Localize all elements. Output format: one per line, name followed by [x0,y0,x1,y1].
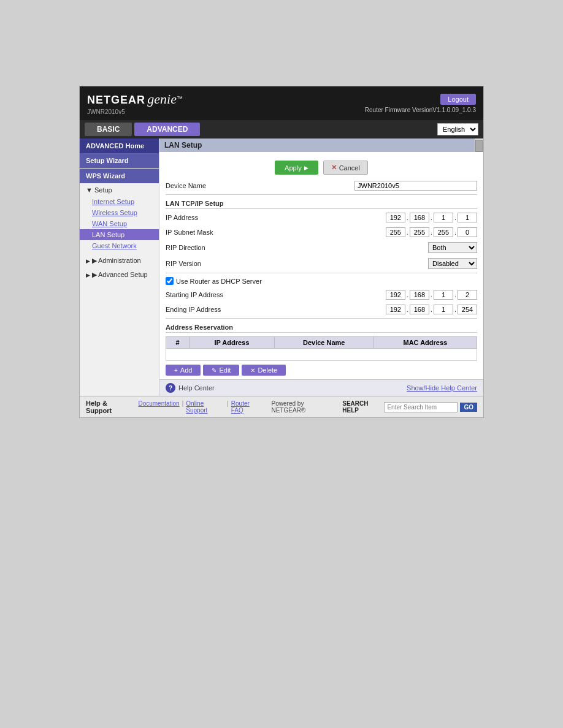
powered-by: Powered by NETGEAR® [272,400,338,414]
ending-dot-2: . [431,306,432,313]
subnet-octet-3[interactable] [434,227,453,237]
dhcp-checkbox[interactable] [166,277,174,285]
sidebar-item-guest-network[interactable]: Guest Network [80,240,159,251]
ending-dot-1: . [407,306,408,313]
dhcp-label: Use Router as DHCP Server [176,278,262,285]
device-name-row: Device Name [166,180,477,192]
sidebar-item-setup-wizard[interactable]: Setup Wizard [80,153,159,168]
header-right: Logout Router Firmware VersionV1.1.0.09_… [365,94,476,113]
table-row-empty [166,349,477,361]
ip-octet-1[interactable] [386,213,405,222]
ip-dot-1: . [407,214,408,221]
scrollbar[interactable] [475,138,483,152]
ending-ip-octet-4[interactable] [458,305,477,314]
starting-ip-octet-2[interactable] [410,290,429,300]
ip-octet-3[interactable] [434,213,453,222]
go-button[interactable]: GO [460,403,477,412]
tab-basic[interactable]: BASIC [85,123,132,136]
sidebar-item-wan-setup[interactable]: WAN Setup [80,218,159,229]
sidebar: ADVANCED Home Setup Wizard WPS Wizard ▼ … [80,138,159,396]
ip-dot-2: . [431,214,432,221]
brand-area: NETGEAR genie™ JWNR2010v5 [87,91,183,115]
router-header: NETGEAR genie™ JWNR2010v5 Logout Router … [80,86,483,120]
brand-tm: ™ [177,95,183,102]
rip-direction-select[interactable]: Both In Out None [428,242,477,253]
device-name-input[interactable] [354,181,477,191]
starting-dot-3: . [454,291,456,298]
apply-button[interactable]: Apply [275,161,318,175]
divider-3 [166,318,477,319]
action-bar: Apply ✕ Cancel [166,161,477,175]
content-column: LAN Setup Apply ✕ Cancel [159,138,483,396]
starting-ip-row: Starting IP Address . . . [166,289,477,301]
sidebar-item-internet-setup[interactable]: Internet Setup [80,196,159,207]
documentation-link[interactable]: Documentation [138,400,179,414]
subnet-octet-4[interactable] [458,227,477,237]
subnet-dot-2: . [431,229,432,236]
subnet-octet-2[interactable] [410,227,429,237]
ip-address-row: IP Address . . . [166,211,477,224]
tab-advanced[interactable]: ADVANCED [134,123,200,136]
help-center-label: Help Center [178,384,215,392]
ending-ip-octet-3[interactable] [434,305,453,314]
starting-dot-1: . [407,291,408,298]
table-col-device: Device Name [274,337,373,349]
starting-ip-octet-3[interactable] [434,290,453,300]
starting-ip-octet-1[interactable] [386,290,405,300]
edit-button[interactable]: ✎ Edit [203,365,239,376]
subnet-dot-3: . [454,229,456,236]
language-select[interactable]: English [437,123,478,135]
starting-ip-octet-4[interactable] [458,290,477,300]
ip-octet-4[interactable] [458,213,477,222]
edit-icon: ✎ [212,367,216,374]
router-faq-link[interactable]: Router FAQ [231,400,262,414]
search-input[interactable] [384,402,458,412]
sidebar-item-advanced-home[interactable]: ADVANCED Home [80,138,159,153]
footer: Help & Support Documentation | Online Su… [80,396,483,417]
delete-button[interactable]: ✕ Delete [242,365,286,376]
sidebar-item-lan-setup[interactable]: LAN Setup [80,229,159,240]
starting-dot-2: . [431,291,432,298]
subnet-octet-1[interactable] [386,227,405,237]
help-left: ? Help Center [166,383,215,393]
page-title: LAN Setup [159,138,475,152]
ip-address-label: IP Address [166,214,386,221]
ending-ip-octet-1[interactable] [386,305,405,314]
device-name-label: Device Name [166,182,354,189]
model-name: JWNR2010v5 [87,108,183,115]
ending-ip-label: Ending IP Address [166,306,386,313]
online-support-link[interactable]: Online Support [186,400,224,414]
starting-ip-inputs: . . . [386,290,477,300]
sidebar-item-wireless-setup[interactable]: Wireless Setup [80,207,159,218]
lan-tcpip-header: LAN TCP/IP Setup [166,200,477,209]
ending-dot-3: . [454,306,456,313]
table-col-num: # [166,337,190,349]
firmware-info: Router Firmware VersionV1.1.0.09_1.0.3 [365,107,476,113]
subnet-mask-row: IP Subnet Mask . . . [166,226,477,238]
ending-ip-octet-2[interactable] [410,305,429,314]
dhcp-checkbox-row: Use Router as DHCP Server [166,277,477,285]
sidebar-administration[interactable]: ▶ Administration [80,254,159,268]
ip-octet-2[interactable] [410,213,429,222]
content-inner: Apply ✕ Cancel Device Name LA [159,152,483,379]
logout-button[interactable]: Logout [440,94,476,105]
cancel-button[interactable]: ✕ Cancel [323,161,368,175]
tabs-left: BASIC ADVANCED [85,123,200,136]
rip-version-select[interactable]: Disabled RIP-1 RIP-2 Both [428,258,477,269]
scroll-thumb[interactable] [475,140,483,152]
sidebar-setup-section: ▼ Setup [80,184,159,196]
rip-direction-row: RIP Direction Both In Out None [166,241,477,254]
footer-links: Documentation | Online Support | Router … [138,400,261,414]
subnet-mask-inputs: . . . [386,227,477,237]
ending-ip-row: Ending IP Address . . . [166,303,477,316]
sidebar-advanced-setup[interactable]: ▶ Advanced Setup [80,268,159,282]
add-button[interactable]: + Add [166,365,201,376]
rip-version-label: RIP Version [166,260,428,267]
subnet-dot-1: . [407,229,408,236]
content-header-row: LAN Setup [159,138,483,152]
sidebar-item-wps-wizard[interactable]: WPS Wizard [80,169,159,183]
subnet-mask-label: IP Subnet Mask [166,229,386,236]
delete-icon: ✕ [250,367,255,374]
rip-version-row: RIP Version Disabled RIP-1 RIP-2 Both [166,257,477,270]
show-hide-help-link[interactable]: Show/Hide Help Center [407,384,477,392]
